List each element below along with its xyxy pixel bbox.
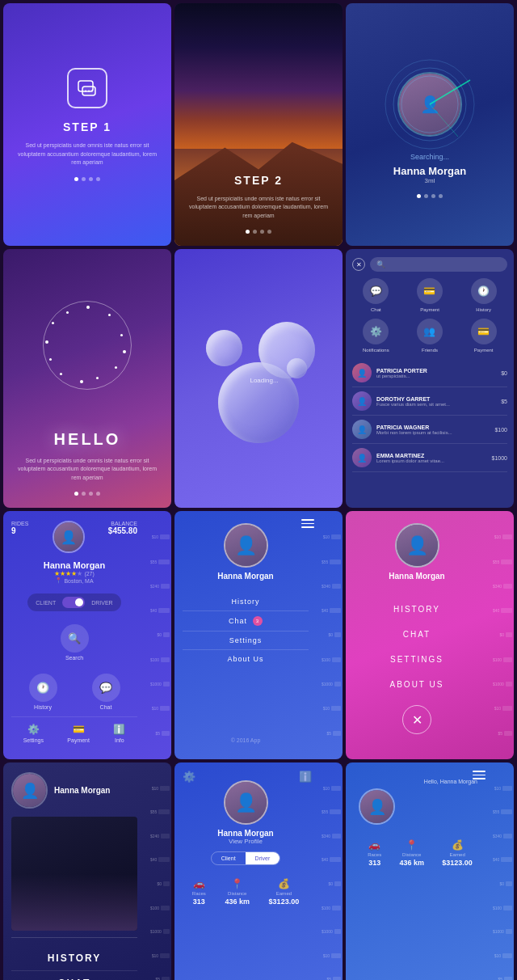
pink-avatar: 👤 bbox=[397, 525, 438, 566]
pink-nav-menu: HISTORY CHAT SETTINGS ABOUT US bbox=[354, 597, 480, 697]
distance-icon: 📍 bbox=[231, 878, 243, 889]
hc-avatar: 👤 bbox=[13, 774, 46, 807]
avatar-patricia: 👤 bbox=[352, 363, 372, 382]
bar-chart-r2: $10 $55 $340 $40 $0 $100 $1000 $10 $5 bbox=[320, 511, 343, 759]
payment-btn[interactable]: 💳 Payment bbox=[67, 724, 90, 743]
contact-patricia[interactable]: 👤 PATRICIA PORTER ut perspiciatis... $0 bbox=[352, 359, 507, 387]
step2-title: STEP 2 bbox=[187, 174, 330, 187]
nav-about[interactable]: About Us bbox=[183, 650, 309, 668]
pink-about[interactable]: ABOUT US bbox=[354, 672, 480, 697]
earned-icon: 💰 bbox=[278, 878, 290, 889]
action-row-2: 🕐 History 💬 Chat bbox=[11, 674, 137, 710]
dot-1 bbox=[74, 177, 78, 181]
history-label[interactable]: HISTORY bbox=[11, 946, 137, 971]
location-text: Boston, MA bbox=[64, 578, 93, 584]
info-label: Info bbox=[115, 737, 124, 743]
client-toggle-label: CLIENT bbox=[36, 600, 56, 606]
history-menu-icon: 🕐 bbox=[471, 278, 497, 304]
blue-stat-earned: 💰 Earned $3123.00 bbox=[442, 839, 473, 867]
blue-races-icon: 🚗 bbox=[368, 839, 380, 851]
contact-dorothy[interactable]: 👤 DOROTHY GARRET Fusce varius diam sem, … bbox=[352, 387, 507, 416]
dorothy-amount: $5 bbox=[501, 399, 507, 404]
blue-profile-row: 👤 bbox=[359, 788, 481, 825]
step2-desc: Sed ut perspiciatis unde omnis iste natu… bbox=[187, 195, 330, 221]
dot-2 bbox=[82, 492, 86, 496]
stat-earned: 💰 Earned $3123.00 bbox=[269, 878, 300, 906]
dorothy-msg: Fusce varius diam sem, sit amet... bbox=[376, 402, 496, 407]
blue-stat-races: 🚗 Races 313 bbox=[368, 839, 381, 867]
pink-chat[interactable]: CHAT bbox=[354, 622, 480, 647]
found-name: Hanna Morgan bbox=[393, 165, 466, 177]
menu-item-chat[interactable]: 💬 Chat bbox=[352, 278, 400, 312]
profile-menu-name: Hanna Morgan bbox=[217, 572, 273, 581]
search-btn[interactable]: 🔍 Search bbox=[61, 624, 89, 661]
client-driver-toggle[interactable]: CLIENT DRIVER bbox=[27, 593, 120, 611]
hello-screen: HELLO Sed ut perspiciatis unde omnis ist… bbox=[3, 249, 171, 508]
nav-chat[interactable]: Chat 3 bbox=[183, 611, 309, 632]
contact-wagner[interactable]: 👤 PATRICIA WAGNER Morbi non lorem ipsum … bbox=[352, 416, 507, 444]
ham-line-r4-2 bbox=[473, 775, 485, 776]
blue-stat-distance: 📍 Distance 436 km bbox=[399, 839, 424, 867]
settings-btn[interactable]: ⚙️ Settings bbox=[23, 724, 44, 743]
notifications-icon: ⚙️ bbox=[363, 319, 389, 344]
hamburger-menu[interactable] bbox=[301, 519, 314, 528]
driver-btn[interactable]: Driver bbox=[246, 852, 280, 864]
dot-3 bbox=[89, 492, 93, 496]
history-btn[interactable]: 🕐 History bbox=[29, 674, 57, 710]
stars: ★★★★★ (27) bbox=[11, 570, 137, 577]
info-btn[interactable]: ℹ️ Info bbox=[113, 724, 125, 743]
ham-line-r4-1 bbox=[473, 771, 485, 772]
blue-earned-value: $3123.00 bbox=[442, 859, 473, 867]
loading-screen: Loading... bbox=[174, 249, 343, 508]
toggle-pill[interactable] bbox=[62, 597, 85, 608]
blue-distance-value: 436 km bbox=[399, 859, 424, 867]
stats-profile-avatar: 👤 bbox=[224, 780, 268, 825]
view-profile-link[interactable]: View Profile bbox=[229, 838, 263, 845]
blue-earned-icon: 💰 bbox=[452, 839, 464, 851]
hamburger-r4[interactable] bbox=[473, 771, 485, 779]
menu-item-notifications[interactable]: ⚙️ Notifications bbox=[352, 319, 400, 353]
close-icon[interactable]: ✕ bbox=[352, 258, 365, 271]
stats-row: 🚗 Races 313 📍 Distance 436 km 💰 Earned $… bbox=[183, 872, 309, 912]
step2-screen: STEP 2 Sed ut perspiciatis unde omnis is… bbox=[174, 3, 343, 246]
emma-amount: $1000 bbox=[492, 455, 507, 461]
driver-toggle-label: DRIVER bbox=[91, 600, 112, 606]
info-icon-r4[interactable]: ℹ️ bbox=[299, 771, 312, 783]
patricia-amount: $0 bbox=[501, 370, 507, 376]
profile-stats-content: 👤 Hanna Morgan View Profile Client Drive… bbox=[183, 772, 334, 980]
contact-emma[interactable]: 👤 EMMA MARTINEZ Lorem ipsum dolor amet v… bbox=[352, 444, 507, 472]
searching-label: Searching... bbox=[410, 153, 449, 161]
cd-toggle[interactable]: Client Driver bbox=[211, 851, 281, 865]
contact-info-emma: EMMA MARTINEZ Lorem ipsum dolor amet vit… bbox=[376, 453, 487, 463]
chat-label[interactable]: CHAT bbox=[11, 971, 137, 980]
rides-label: RIDES bbox=[11, 521, 28, 526]
found-distance: 3ml bbox=[425, 177, 435, 184]
blue-distance-label: Distance bbox=[402, 852, 421, 857]
client-btn[interactable]: Client bbox=[212, 852, 246, 864]
avatar-dorothy: 👤 bbox=[352, 391, 372, 411]
chat-btn[interactable]: 💬 Chat bbox=[92, 674, 120, 710]
close-circle-btn[interactable]: ✕ bbox=[402, 705, 431, 734]
ham-line-2 bbox=[301, 523, 314, 525]
payment-menu-icon: 💳 bbox=[417, 278, 443, 304]
menu-item-history[interactable]: 🕐 History bbox=[460, 278, 507, 312]
search-bar[interactable]: 🔍 bbox=[370, 257, 507, 272]
ride-dashboard: $10 $55 $240 $40 $0 $100 $1000 $10 $5 RI… bbox=[3, 511, 171, 759]
dot-3 bbox=[89, 177, 93, 181]
nav-settings[interactable]: Settings bbox=[183, 632, 309, 650]
history-chat-content: 👤 Hanna Morgan HISTORY CHAT bbox=[11, 772, 163, 980]
action-row-1: 🔍 Search bbox=[11, 624, 137, 661]
pink-history[interactable]: HISTORY bbox=[354, 597, 480, 622]
nav-history[interactable]: History bbox=[183, 593, 309, 611]
history-chat-screen: $10 $55 $240 $40 $0 $100 $1000 $10 $5 👤 … bbox=[3, 762, 171, 980]
gear-icon[interactable]: ⚙️ bbox=[183, 771, 195, 783]
dot-1 bbox=[74, 492, 78, 496]
menu-item-payment2[interactable]: 💳 Payment bbox=[460, 319, 507, 353]
hc-profile-row: 👤 Hanna Morgan bbox=[11, 772, 137, 809]
history-action-label: History bbox=[34, 704, 52, 710]
pink-settings[interactable]: SETTINGS bbox=[354, 647, 480, 672]
menu-item-friends[interactable]: 👥 Friends bbox=[406, 319, 454, 353]
hello-dots bbox=[74, 492, 100, 496]
menu-screen: ✕ 🔍 💬 Chat 💳 Payment 🕐 History ⚙️ Notifi… bbox=[346, 249, 514, 508]
menu-item-payment[interactable]: 💳 Payment bbox=[406, 278, 454, 312]
